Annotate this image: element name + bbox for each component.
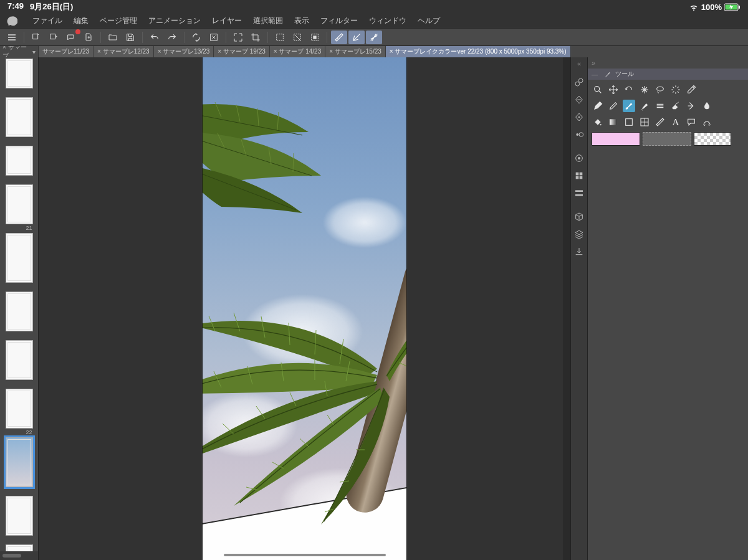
fit-screen-icon[interactable]: [230, 31, 246, 44]
strip-resize-handle[interactable]: [0, 551, 38, 560]
color-set-icon[interactable]: [574, 171, 584, 181]
menu-edit[interactable]: 編集: [74, 16, 89, 26]
tab-item[interactable]: × サマーブ 14/23: [270, 46, 325, 57]
page-thumbnail[interactable]: [6, 292, 33, 331]
select-rect-icon[interactable]: [272, 31, 288, 44]
rotate-tool-icon[interactable]: [623, 83, 635, 96]
material-icon[interactable]: [574, 212, 584, 222]
tool-row-1: [592, 83, 744, 96]
clear-icon[interactable]: [206, 31, 222, 44]
refresh-icon[interactable]: [188, 31, 204, 44]
deselect-icon[interactable]: [289, 31, 305, 44]
frame-tool-icon[interactable]: [638, 116, 651, 128]
chevron-down-icon[interactable]: ▾: [32, 49, 36, 55]
zoom-tool-icon[interactable]: [592, 83, 604, 96]
battery-percent: 100%: [701, 2, 722, 12]
eraser-tool-icon[interactable]: [669, 100, 682, 112]
page-thumbnail[interactable]: [6, 389, 33, 429]
menu-page[interactable]: ページ管理: [100, 16, 137, 26]
color-wheel-icon[interactable]: [574, 153, 584, 163]
tool-property-icon[interactable]: [574, 112, 584, 122]
color-slider-icon[interactable]: [574, 188, 584, 198]
menu-file[interactable]: ファイル: [32, 16, 62, 26]
page-thumbnail[interactable]: [6, 146, 33, 176]
tab-item[interactable]: × サマーブレ15/23: [325, 46, 386, 57]
export-icon[interactable]: [46, 31, 62, 44]
download-icon[interactable]: [574, 247, 584, 257]
save-icon[interactable]: [122, 31, 138, 44]
text-tool-icon[interactable]: A: [669, 116, 682, 128]
page-thumbnail[interactable]: 21: [6, 233, 33, 283]
menu-help[interactable]: ヘルプ: [418, 16, 440, 26]
blur-tool-icon[interactable]: [701, 100, 713, 112]
tab-item-active[interactable]: × サマーブレイクカラーver 22/23 (800 x 5000px 350d…: [386, 46, 571, 57]
panel-collapse-icon[interactable]: »: [592, 59, 595, 67]
tab-item[interactable]: × サマーブレ13/23: [154, 46, 214, 57]
edit-icon[interactable]: [28, 31, 44, 44]
canvas-scrollbar[interactable]: [563, 57, 570, 560]
background-color-swatch[interactable]: [643, 132, 691, 146]
undo-icon[interactable]: [146, 31, 163, 44]
correction-tool-icon[interactable]: [701, 116, 713, 128]
menu-filter[interactable]: フィルター: [320, 16, 358, 26]
app-logo-icon[interactable]: [6, 16, 17, 27]
canvas[interactable]: [203, 57, 406, 560]
foreground-color-swatch[interactable]: [592, 132, 640, 146]
brush-tool-icon[interactable]: [623, 100, 635, 112]
svg-rect-16: [576, 176, 579, 179]
tab-item[interactable]: サマーブレ11/23: [39, 46, 94, 57]
brush-size-icon[interactable]: [574, 130, 584, 140]
quick-access-icon[interactable]: [574, 77, 584, 87]
tab-side-label[interactable]: × サマーブ▾: [0, 46, 39, 57]
new-bubble-icon[interactable]: [63, 31, 79, 44]
svg-point-20: [595, 87, 600, 92]
page-thumbnail[interactable]: [6, 184, 33, 224]
figure-tool-icon[interactable]: [623, 116, 635, 128]
subtool-icon[interactable]: [574, 95, 584, 105]
new-page-icon[interactable]: [80, 31, 97, 44]
page-thumbnail[interactable]: [6, 59, 33, 88]
wand-tool-icon[interactable]: [669, 83, 682, 96]
lasso-tool-icon[interactable]: [654, 83, 666, 96]
deco-tool-icon[interactable]: [654, 100, 666, 112]
page-thumbnail[interactable]: [6, 496, 33, 536]
tab-item[interactable]: × サマーブレ12/23: [94, 46, 154, 57]
tool-panel: » — ツール: [588, 57, 748, 560]
menu-animation[interactable]: アニメーション: [148, 16, 201, 26]
ruler-tool-icon[interactable]: [654, 116, 666, 128]
page-thumbnail[interactable]: [6, 340, 33, 380]
blend-tool-icon[interactable]: [685, 100, 698, 112]
snap-perspective-icon[interactable]: [348, 31, 365, 44]
menu-selection[interactable]: 選択範囲: [253, 16, 283, 26]
page-thumbnail[interactable]: [6, 97, 33, 137]
transparent-color-swatch[interactable]: [694, 132, 731, 146]
menu-layer[interactable]: レイヤー: [212, 16, 242, 26]
layer-icon[interactable]: [574, 229, 584, 239]
svg-rect-17: [580, 176, 583, 179]
open-icon[interactable]: [105, 31, 121, 44]
redo-icon[interactable]: [164, 31, 180, 44]
snap-ruler-icon[interactable]: [331, 31, 347, 44]
menu-view[interactable]: 表示: [294, 16, 309, 26]
move-tool-icon[interactable]: [607, 83, 620, 96]
battery-icon: [724, 3, 741, 11]
gradient-tool-icon[interactable]: [607, 116, 620, 128]
snap-grid-icon[interactable]: [366, 31, 382, 44]
eyedropper-tool-icon[interactable]: [685, 83, 698, 96]
transform-tool-icon[interactable]: [638, 83, 651, 96]
tab-item[interactable]: × サマーブ 19/23: [214, 46, 269, 57]
hamburger-icon[interactable]: [4, 31, 20, 44]
menu-window[interactable]: ウィンドウ: [369, 16, 406, 26]
ipad-home-indicator[interactable]: [224, 554, 386, 556]
balloon-tool-icon[interactable]: [685, 116, 698, 128]
tool-row-3: A: [592, 116, 744, 128]
invert-select-icon[interactable]: [307, 31, 323, 44]
tool-panel-header[interactable]: — ツール: [588, 69, 748, 80]
pencil-tool-icon[interactable]: [607, 100, 620, 112]
page-thumbnail[interactable]: [6, 544, 33, 551]
fill-tool-icon[interactable]: [592, 116, 604, 128]
page-thumbnail[interactable]: 22: [6, 437, 33, 487]
pen-tool-icon[interactable]: [592, 100, 604, 112]
airbrush-tool-icon[interactable]: [638, 100, 651, 112]
crop-icon[interactable]: [247, 31, 264, 44]
